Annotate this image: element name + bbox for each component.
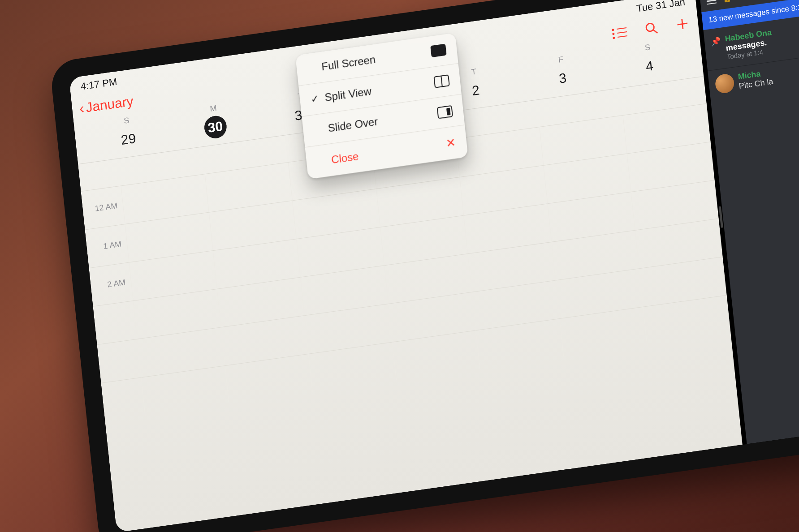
channel-name[interactable]: 🔒 # tech [722, 0, 757, 4]
menu-label: Slide Over [328, 115, 379, 134]
lock-icon: 🔒 [722, 0, 732, 3]
menu-label: Split View [324, 85, 372, 104]
time-label: 2 AM [91, 277, 131, 292]
time-label: 1 AM [86, 239, 127, 253]
day-number[interactable]: 3 [558, 70, 567, 86]
fullscreen-icon [430, 44, 446, 58]
calendar-app: 4:17 PM Tue 31 Jan ‹ January [69, 0, 743, 532]
list-view-icon[interactable] [612, 26, 627, 39]
chevron-left-icon: ‹ [78, 101, 85, 116]
day-number[interactable]: 2 [471, 82, 480, 99]
menu-icon[interactable] [706, 0, 717, 5]
back-label: January [85, 94, 134, 116]
check-icon: ✓ [310, 93, 320, 106]
check-icon [307, 68, 316, 69]
time-label [95, 320, 135, 326]
hash-icon: # [734, 0, 739, 1]
menu-label: Close [331, 150, 359, 166]
day-number[interactable]: 29 [120, 131, 137, 148]
pin-icon: 📌 [710, 36, 723, 63]
multitasking-menu: Full Screen ✓ Split View Slide Over [295, 33, 468, 179]
close-icon: ✕ [445, 136, 456, 151]
topbar-actions [612, 17, 690, 41]
time-label: 12 AM [82, 200, 123, 215]
svg-line-1 [653, 29, 658, 34]
check-icon [314, 129, 323, 131]
day-number[interactable]: 4 [645, 58, 654, 74]
back-button[interactable]: ‹ January [78, 94, 134, 116]
avatar [714, 73, 735, 94]
time-label [99, 358, 139, 364]
add-event-icon[interactable] [675, 17, 690, 32]
menu-label: Full Screen [321, 53, 376, 73]
ipad-screen: 4:17 PM Tue 31 Jan ‹ January [69, 0, 799, 532]
slideover-icon [436, 105, 453, 119]
splitview-icon [433, 74, 449, 88]
svg-line-3 [678, 23, 687, 25]
time-label [103, 397, 143, 403]
day-number-today[interactable]: 30 [203, 114, 228, 140]
channel-label: tech [740, 0, 758, 1]
search-icon[interactable] [644, 21, 659, 36]
ipad-device: 4:17 PM Tue 31 Jan ‹ January [49, 0, 799, 532]
